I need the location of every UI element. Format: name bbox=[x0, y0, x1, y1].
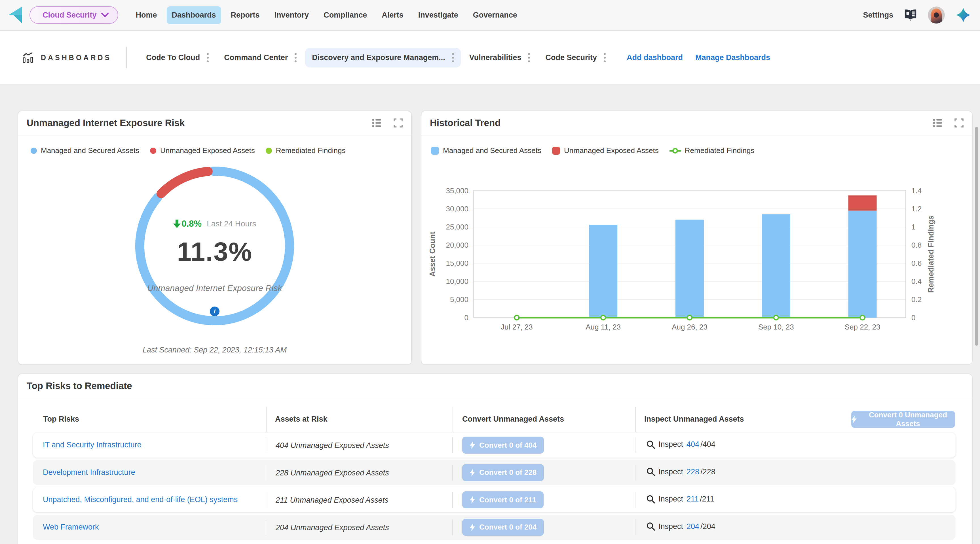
column-header-inspect: Inspect Unmanaged Assets bbox=[644, 415, 744, 423]
risk-link-unpatched-misconfigured-eol-systems[interactable]: Unpatched, Misconfigured, and end-of-lif… bbox=[43, 495, 238, 504]
inspect-total: /211 bbox=[700, 495, 714, 503]
svg-text:1.2: 1.2 bbox=[912, 205, 921, 213]
convert-all-button[interactable]: Convert 0 Unmanaged Assets bbox=[851, 411, 955, 428]
svg-text:Aug 11, 23: Aug 11, 23 bbox=[585, 323, 621, 331]
kebab-menu-icon[interactable] bbox=[452, 53, 454, 62]
divider bbox=[266, 437, 266, 453]
divider bbox=[453, 407, 453, 432]
inspect-count-link[interactable]: 228 bbox=[687, 468, 699, 476]
assets-at-risk-cell: 228 Unmanaged Exposed Assets bbox=[275, 469, 389, 477]
main-nav: Home Dashboards Reports Inventory Compli… bbox=[131, 6, 522, 24]
nav-item-compliance[interactable]: Compliance bbox=[318, 6, 372, 24]
tab-code-to-cloud[interactable]: Code To Cloud bbox=[139, 48, 215, 67]
inspect-label: Inspect bbox=[659, 468, 683, 476]
delta-value: 0.8% bbox=[173, 219, 202, 229]
divider bbox=[452, 465, 453, 481]
svg-text:0: 0 bbox=[465, 313, 468, 322]
legend-toggle-icon[interactable] bbox=[933, 119, 943, 127]
convert-row-button[interactable]: Convert 0 of 404 bbox=[462, 437, 544, 454]
info-icon[interactable]: i bbox=[210, 306, 220, 316]
unmanaged-exposure-risk-card: Unmanaged Internet Exposure Risk Managed… bbox=[18, 111, 412, 365]
tab-vulnerabilities[interactable]: Vulnerabilities bbox=[463, 48, 537, 67]
divider bbox=[452, 492, 453, 508]
nav-item-reports[interactable]: Reports bbox=[226, 6, 265, 24]
divider bbox=[635, 519, 635, 535]
manage-dashboards-link[interactable]: Manage Dashboards bbox=[695, 53, 770, 62]
svg-text:Aug 26, 23: Aug 26, 23 bbox=[672, 323, 708, 331]
dashboards-section-label: DASHBOARDS bbox=[41, 54, 111, 62]
inspect-count-link[interactable]: 404 bbox=[687, 440, 699, 449]
svg-text:Asset Count: Asset Count bbox=[428, 232, 437, 276]
inspect-label: Inspect bbox=[659, 495, 683, 503]
donut-legend: Managed and Secured Assets Unmanaged Exp… bbox=[30, 146, 345, 155]
convert-row-button[interactable]: Convert 0 of 211 bbox=[462, 491, 544, 508]
nav-item-settings[interactable]: Settings bbox=[863, 11, 893, 19]
risk-link-it-and-security-infrastructure[interactable]: IT and Security Infrastructure bbox=[43, 441, 142, 449]
chevron-down-icon bbox=[101, 13, 108, 17]
convert-row-button[interactable]: Convert 0 of 204 bbox=[462, 519, 544, 536]
inspect-total: /228 bbox=[700, 468, 716, 476]
svg-text:0.6: 0.6 bbox=[912, 259, 921, 268]
svg-text:15,000: 15,000 bbox=[446, 259, 468, 268]
kebab-menu-icon[interactable] bbox=[528, 53, 530, 62]
expand-icon[interactable] bbox=[394, 119, 402, 127]
svg-text:20,000: 20,000 bbox=[446, 241, 468, 249]
table-row: Development Infrastructure 228 Unmanaged… bbox=[33, 460, 956, 485]
product-switcher[interactable]: Cloud Security bbox=[30, 6, 118, 24]
expand-icon[interactable] bbox=[955, 119, 964, 127]
divider bbox=[635, 492, 635, 508]
scrollbar-thumb[interactable] bbox=[975, 127, 978, 346]
historical-trend-chart: Jul 27, 23Aug 11, 23Aug 26, 23Sep 10, 23… bbox=[422, 135, 973, 365]
risk-link-web-framework[interactable]: Web Framework bbox=[43, 523, 99, 531]
kebab-menu-icon[interactable] bbox=[207, 53, 209, 62]
magnifier-icon bbox=[646, 468, 655, 476]
exposure-risk-value: 11.3% bbox=[130, 237, 300, 266]
inspect-cell: Inspect 211/211 bbox=[646, 495, 714, 503]
nav-item-investigate[interactable]: Investigate bbox=[413, 6, 463, 24]
lightning-icon bbox=[469, 441, 475, 449]
unmanaged-assets-dot bbox=[150, 147, 156, 154]
inspect-count-link[interactable]: 211 bbox=[687, 495, 699, 503]
risk-link-development-infrastructure[interactable]: Development Infrastructure bbox=[43, 468, 135, 477]
managed-assets-dot bbox=[30, 147, 37, 154]
svg-text:0: 0 bbox=[912, 313, 915, 322]
nav-item-home[interactable]: Home bbox=[131, 6, 162, 24]
user-avatar[interactable] bbox=[928, 6, 945, 24]
nav-item-dashboards[interactable]: Dashboards bbox=[167, 6, 221, 24]
top-risks-card: Top Risks to Remediate Convert 0 Unmanag… bbox=[18, 373, 973, 544]
delta-row: 0.8% Last 24 Hours bbox=[130, 219, 300, 229]
svg-text:0.8: 0.8 bbox=[912, 241, 921, 249]
remediated-findings-dot bbox=[266, 147, 272, 154]
legend-toggle-icon[interactable] bbox=[372, 119, 382, 127]
nav-item-alerts[interactable]: Alerts bbox=[377, 6, 409, 24]
brand-star-icon[interactable] bbox=[956, 7, 971, 23]
nav-item-inventory[interactable]: Inventory bbox=[269, 6, 314, 24]
tab-discovery-and-exposure-management[interactable]: Discovery and Exposure Managem... bbox=[305, 48, 461, 67]
svg-text:35,000: 35,000 bbox=[446, 186, 468, 195]
column-header-top-risks: Top Risks bbox=[43, 415, 79, 423]
inspect-count-link[interactable]: 204 bbox=[687, 522, 699, 531]
legend-item: Managed and Secured Assets bbox=[30, 146, 139, 155]
lightning-icon bbox=[469, 523, 475, 531]
card-header: Unmanaged Internet Exposure Risk bbox=[18, 111, 411, 135]
top-risks-table: Convert 0 Unmanaged Assets Top Risks Ass… bbox=[18, 399, 972, 544]
svg-text:Jul 27, 23: Jul 27, 23 bbox=[501, 323, 533, 331]
add-dashboard-link[interactable]: Add dashboard bbox=[627, 53, 683, 62]
svg-text:1.4: 1.4 bbox=[912, 186, 921, 195]
tab-code-security[interactable]: Code Security bbox=[538, 48, 612, 67]
svg-text:Sep 10, 23: Sep 10, 23 bbox=[758, 323, 794, 331]
legend-item: Unmanaged Exposed Assets bbox=[150, 146, 255, 155]
magnifier-icon bbox=[646, 440, 655, 449]
convert-row-button[interactable]: Convert 0 of 228 bbox=[462, 464, 544, 481]
kebab-menu-icon[interactable] bbox=[604, 53, 606, 62]
assets-at-risk-cell: 204 Unmanaged Exposed Assets bbox=[275, 523, 389, 532]
inspect-total: /404 bbox=[700, 440, 716, 449]
divider bbox=[266, 519, 266, 535]
docs-book-icon[interactable] bbox=[904, 9, 917, 21]
svg-text:25,000: 25,000 bbox=[446, 223, 468, 231]
nav-item-governance[interactable]: Governance bbox=[468, 6, 522, 24]
kebab-menu-icon[interactable] bbox=[294, 53, 297, 62]
inspect-label: Inspect bbox=[659, 522, 683, 531]
svg-text:5,000: 5,000 bbox=[450, 295, 468, 304]
tab-command-center[interactable]: Command Center bbox=[217, 48, 304, 67]
